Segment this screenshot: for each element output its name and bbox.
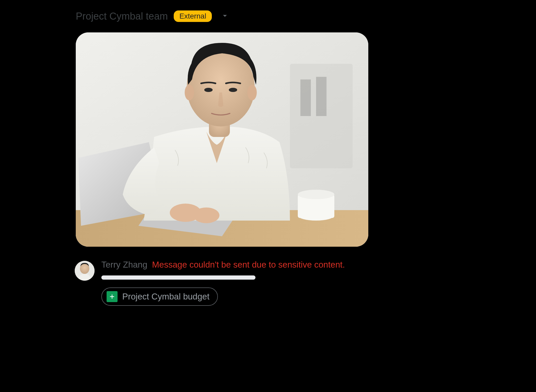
google-sheets-icon [107,291,118,302]
svg-rect-3 [316,77,327,116]
svg-point-15 [193,207,219,223]
svg-point-10 [185,85,194,100]
space-title[interactable]: Project Cymbal team [76,11,168,22]
hero-image [76,32,368,247]
dlp-error-text: Message couldn't be sent due to sensitiv… [152,260,345,270]
message-block: Terry Zhang Message couldn't be sent due… [75,259,384,306]
external-badge: External [174,10,212,22]
svg-rect-2 [300,79,311,116]
svg-point-12 [204,88,213,92]
svg-point-13 [229,88,237,92]
file-name: Project Cymbal budget [122,292,209,302]
file-attachment-chip[interactable]: Project Cymbal budget [101,287,218,306]
svg-point-11 [247,85,257,100]
space-header: Project Cymbal team External [76,10,384,22]
svg-point-7 [298,190,334,199]
chevron-down-icon[interactable] [220,11,230,21]
sender-name: Terry Zhang [101,260,147,270]
message-body-redacted [101,275,255,280]
message-header: Terry Zhang Message couldn't be sent due… [101,260,384,270]
sender-avatar[interactable] [75,261,95,281]
